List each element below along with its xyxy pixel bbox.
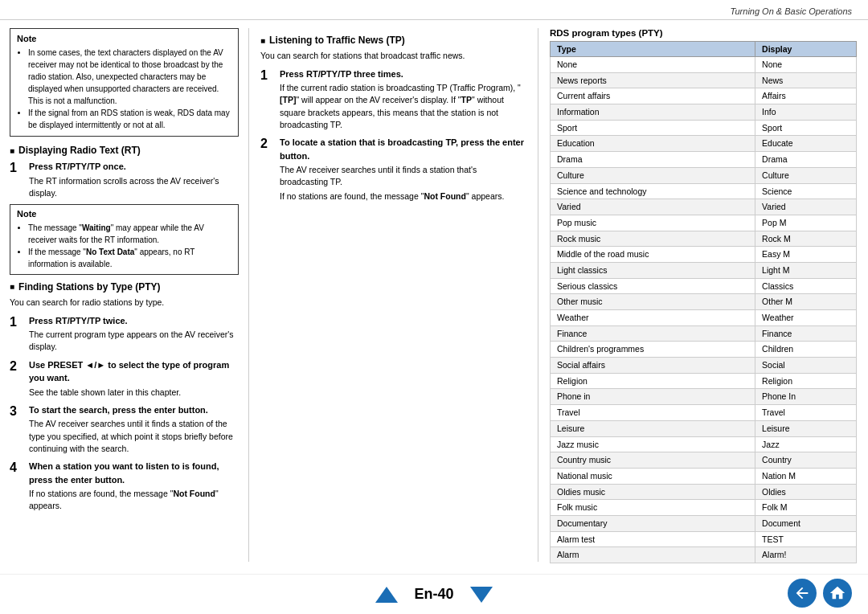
pty-step4-number: 4 <box>10 460 24 512</box>
top-note-item-2: If the signal from an RDS station is wea… <box>28 107 231 131</box>
rds-display-cell: Classics <box>755 278 857 294</box>
rds-col-display: Display <box>755 42 857 57</box>
pty-step3-title: To start the search, press the enter but… <box>29 403 239 417</box>
table-row: NoneNone <box>551 57 857 73</box>
rt-step1-title: Press RT/PTY/TP once. <box>29 160 239 174</box>
tp-step1-number: 1 <box>260 68 275 131</box>
pty-step3: 3 To start the search, press the enter b… <box>10 403 239 455</box>
rds-type-cell: Oldies music <box>551 484 755 500</box>
table-row: Alarm testTEST <box>551 531 857 547</box>
table-row: VariedVaried <box>551 199 857 215</box>
table-row: News reportsNews <box>551 72 857 88</box>
rds-type-cell: None <box>551 57 755 73</box>
table-row: Middle of the road musicEasy M <box>551 247 857 263</box>
table-row: Light classicsLight M <box>551 262 857 278</box>
rds-type-cell: Drama <box>551 152 755 168</box>
rds-display-cell: Jazz <box>755 436 857 452</box>
table-row: Folk musicFolk M <box>551 500 857 516</box>
rds-type-cell: Weather <box>551 310 755 326</box>
rds-display-cell: Affairs <box>755 88 857 104</box>
pty-step3-number: 3 <box>10 403 24 455</box>
table-row: Phone inPhone In <box>551 389 857 405</box>
rds-type-cell: Folk music <box>551 500 755 516</box>
section-rt-heading: Displaying Radio Text (RT) <box>10 145 239 156</box>
rt-step1-body: The RT information scrolls across the AV… <box>29 175 239 199</box>
rds-type-cell: Serious classics <box>551 278 755 294</box>
middle-column: Listening to Traffic News (TP) You can s… <box>249 28 538 562</box>
table-row: Other musicOther M <box>551 294 857 310</box>
rds-display-cell: Nation M <box>755 468 857 484</box>
top-note-item-1: In some cases, the text characters displ… <box>28 47 231 107</box>
prev-page-button[interactable] <box>375 587 398 603</box>
rds-display-cell: Science <box>755 183 857 199</box>
rds-display-cell: Pop M <box>755 215 857 231</box>
table-row: AlarmAlarm! <box>551 547 857 563</box>
rds-display-cell: News <box>755 72 857 88</box>
table-row: TravelTravel <box>551 405 857 421</box>
tp-intro: You can search for stations that broadca… <box>260 50 526 63</box>
rds-display-cell: Social <box>755 358 857 374</box>
header-title: Turning On & Basic Operations <box>731 6 852 16</box>
rds-type-cell: Jazz music <box>551 436 755 452</box>
pty-step2: 2 Use PRESET ◄/► to select the type of p… <box>10 358 239 399</box>
rds-table: Type Display NoneNoneNews reportsNewsCur… <box>550 41 857 563</box>
rt-step1-content: Press RT/PTY/TP once. The RT information… <box>29 160 239 199</box>
tp-step2-title: To locate a station that is broadcasting… <box>280 136 526 162</box>
rds-type-cell: Leisure <box>551 420 755 436</box>
pty-step2-number: 2 <box>10 358 24 399</box>
rds-display-cell: Folk M <box>755 500 857 516</box>
rds-display-cell: Sport <box>755 120 857 136</box>
table-row: CultureCulture <box>551 167 857 183</box>
rds-type-cell: Country music <box>551 452 755 469</box>
pty-step2-title: Use PRESET ◄/► to select the type of pro… <box>29 358 239 385</box>
tp-step1: 1 Press RT/PTY/TP three times. If the cu… <box>260 68 526 131</box>
pty-step4-title: When a station you want to listen to is … <box>29 460 239 486</box>
table-row: Social affairsSocial <box>551 358 857 374</box>
next-page-button[interactable] <box>470 587 493 603</box>
rds-type-cell: Science and technology <box>551 183 755 199</box>
table-row: EducationEducate <box>551 136 857 152</box>
rds-type-cell: Current affairs <box>551 88 755 104</box>
table-row: Jazz musicJazz <box>551 436 857 452</box>
home-icon <box>829 584 846 602</box>
tp-step1-content: Press RT/PTY/TP three times. If the curr… <box>280 68 526 131</box>
tp-step1-body: If the current radio station is broadcas… <box>280 82 526 131</box>
pty-step1: 1 Press RT/PTY/TP twice. The current pro… <box>10 314 239 354</box>
table-row: Pop musicPop M <box>551 215 857 231</box>
rds-display-cell: Varied <box>755 199 857 215</box>
rds-display-cell: Finance <box>755 325 857 342</box>
rds-display-cell: Culture <box>755 167 857 183</box>
home-button[interactable] <box>823 579 852 608</box>
pty-step1-title: Press RT/PTY/TP twice. <box>29 314 239 328</box>
table-row: InformationInfo <box>551 104 857 121</box>
rds-display-cell: Oldies <box>755 484 857 500</box>
top-note-box: Note In some cases, the text characters … <box>10 28 239 137</box>
rds-type-cell: National music <box>551 468 755 484</box>
inline-note-box: Note The message "Waiting" may appear wh… <box>10 204 239 275</box>
table-row: Science and technologyScience <box>551 183 857 199</box>
tp-step2-body2: If no stations are found, the message "N… <box>280 190 526 203</box>
rds-type-cell: Other music <box>551 294 755 310</box>
rds-display-cell: Weather <box>755 310 857 326</box>
back-button[interactable] <box>788 579 817 608</box>
table-row: WeatherWeather <box>551 310 857 326</box>
table-row: Rock musicRock M <box>551 231 857 247</box>
table-row: Country musicCountry <box>551 452 857 469</box>
rds-display-cell: Phone In <box>755 389 857 405</box>
rds-type-cell: Documentary <box>551 515 755 531</box>
rds-display-cell: Drama <box>755 152 857 168</box>
rds-display-cell: None <box>755 57 857 73</box>
table-row: Current affairsAffairs <box>551 88 857 104</box>
inline-note-list: The message "Waiting" may appear while t… <box>17 222 231 270</box>
rds-type-cell: Travel <box>551 405 755 421</box>
rds-table-body: NoneNoneNews reportsNewsCurrent affairsA… <box>551 57 857 563</box>
footer-nav: En-40 <box>375 586 492 603</box>
inline-note-title: Note <box>17 209 231 219</box>
table-row: Oldies musicOldies <box>551 484 857 500</box>
tp-step2: 2 To locate a station that is broadcasti… <box>260 136 526 203</box>
pty-step1-content: Press RT/PTY/TP twice. The current progr… <box>29 314 239 354</box>
tp-step2-content: To locate a station that is broadcasting… <box>280 136 526 203</box>
inline-note-item-2: If the message "No Text Data" appears, n… <box>28 246 231 270</box>
pty-step4-content: When a station you want to listen to is … <box>29 460 239 512</box>
table-row: FinanceFinance <box>551 325 857 342</box>
